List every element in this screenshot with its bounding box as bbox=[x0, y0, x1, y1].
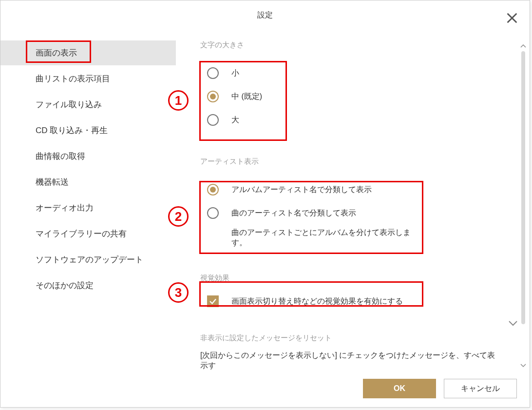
artist-display-group: アルバムアーティスト名で分類して表示 曲のアーティスト名で分類して表示 曲のアー… bbox=[200, 172, 424, 254]
dialog-title: 設定 bbox=[257, 10, 273, 20]
scroll-track[interactable] bbox=[521, 51, 525, 324]
sidebar-item-device-transfer[interactable]: 機器転送 bbox=[0, 170, 176, 195]
radio-label-album-artist: アルバムアーティスト名で分類して表示 bbox=[231, 185, 372, 195]
font-size-label: 文字の大きさ bbox=[200, 40, 500, 50]
radio-large[interactable]: 大 bbox=[207, 108, 281, 132]
sidebar-item-songlist[interactable]: 曲リストの表示項目 bbox=[0, 66, 176, 91]
font-size-group: 小 中 (既定) 大 bbox=[200, 56, 288, 137]
close-icon bbox=[505, 11, 519, 25]
sidebar-item-other[interactable]: そのほかの設定 bbox=[0, 273, 176, 298]
visual-effect-checkbox-label: 画面表示切り替え時などの視覚効果を有効にする bbox=[231, 296, 403, 307]
chevron-down-icon bbox=[508, 320, 518, 326]
scrollbar[interactable] bbox=[519, 40, 528, 372]
cancel-button[interactable]: キャンセル bbox=[444, 379, 517, 398]
close-button[interactable] bbox=[505, 11, 519, 27]
reset-hidden-label: 非表示に設定したメッセージをリセット bbox=[200, 333, 500, 343]
chevron-up-icon bbox=[520, 44, 526, 48]
radio-small[interactable]: 小 bbox=[207, 61, 281, 85]
radio-album-artist[interactable]: アルバムアーティスト名で分類して表示 bbox=[207, 178, 418, 201]
radio-song-artist[interactable]: 曲のアーティスト名で分類して表示 bbox=[207, 201, 418, 225]
checkbox-checked-icon bbox=[207, 295, 219, 307]
settings-dialog: 設定 画面の表示 曲リストの表示項目 ファイル取り込み CD 取り込み・再生 曲… bbox=[0, 0, 530, 408]
radio-medium[interactable]: 中 (既定) bbox=[207, 85, 281, 108]
ok-button[interactable]: OK bbox=[363, 379, 436, 398]
sidebar-item-audio-output[interactable]: オーディオ出力 bbox=[0, 195, 176, 220]
scroll-up-button[interactable] bbox=[519, 40, 528, 51]
radio-label-medium: 中 (既定) bbox=[231, 92, 262, 102]
sidebar-item-song-info[interactable]: 曲情報の取得 bbox=[0, 144, 176, 169]
radio-label-song-artist: 曲のアーティスト名で分類して表示 bbox=[231, 208, 356, 218]
reset-hidden-text: [次回からこのメッセージを表示しない] にチェックをつけたメッセージを、すべて表… bbox=[200, 351, 500, 371]
sidebar: 画面の表示 曲リストの表示項目 ファイル取り込み CD 取り込み・再生 曲情報の… bbox=[0, 30, 176, 371]
chevron-down-icon bbox=[520, 364, 526, 368]
artist-display-label: アーティスト表示 bbox=[200, 157, 500, 166]
dialog-body: 画面の表示 曲リストの表示項目 ファイル取り込み CD 取り込み・再生 曲情報の… bbox=[0, 30, 530, 371]
radio-label-small: 小 bbox=[231, 68, 239, 78]
sidebar-item-library-share[interactable]: マイライブラリーの共有 bbox=[0, 221, 176, 246]
sidebar-item-file-import[interactable]: ファイル取り込み bbox=[0, 92, 176, 117]
artist-display-desc: 曲のアーティストごとにアルバムを分けて表示します。 bbox=[207, 228, 418, 248]
radio-icon bbox=[207, 207, 219, 219]
scroll-down-button[interactable] bbox=[519, 360, 528, 371]
visual-effect-label: 視覚効果 bbox=[200, 273, 500, 283]
radio-icon bbox=[207, 67, 219, 79]
radio-icon bbox=[207, 184, 219, 195]
radio-label-large: 大 bbox=[231, 115, 239, 125]
expand-button[interactable] bbox=[508, 319, 518, 328]
title-bar: 設定 bbox=[0, 0, 530, 30]
sidebar-item-display[interactable]: 画面の表示 bbox=[0, 40, 176, 65]
visual-effect-row[interactable]: 画面表示切り替え時などの視覚効果を有効にする bbox=[200, 289, 424, 314]
footer-buttons: OK キャンセル bbox=[363, 379, 517, 398]
radio-icon bbox=[207, 91, 219, 102]
main-panel: 文字の大きさ 小 中 (既定) 大 アーティスト表示 bbox=[176, 30, 530, 371]
sidebar-item-cd[interactable]: CD 取り込み・再生 bbox=[0, 118, 176, 143]
sidebar-item-software-update[interactable]: ソフトウェアのアップデート bbox=[0, 247, 176, 272]
radio-icon bbox=[207, 114, 219, 126]
